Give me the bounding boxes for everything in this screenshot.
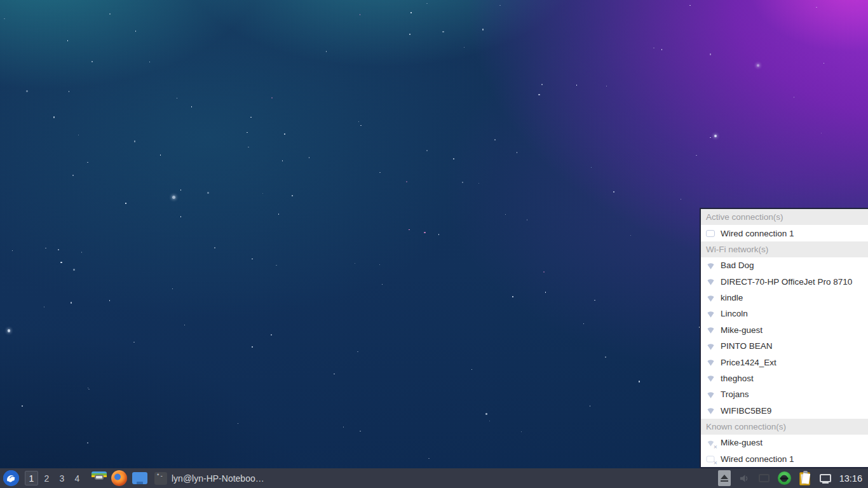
- network-menu-item[interactable]: theghost: [701, 370, 868, 386]
- system-tray: [718, 470, 831, 486]
- wifi-icon: ✕: [706, 438, 715, 448]
- network-menu-item[interactable]: WIFIBC5BE9: [701, 403, 868, 419]
- clock[interactable]: 13:16: [839, 473, 862, 484]
- network-item-label: Trojans: [721, 390, 749, 399]
- quick-launch: [91, 470, 147, 486]
- wired-icon: [705, 228, 715, 238]
- wired-icon: ✕: [706, 454, 715, 464]
- network-item-label: WIFIBC5BE9: [721, 406, 771, 416]
- wifi-icon: [705, 261, 715, 271]
- section-header: Known connection(s): [701, 419, 868, 435]
- network-item-label: kindle: [721, 293, 743, 302]
- wifi-icon: [705, 357, 715, 367]
- network-menu-item[interactable]: kindle: [701, 290, 868, 306]
- network-menu-item[interactable]: Price1424_Ext: [701, 354, 868, 370]
- network-item-label: Wired connection 1: [721, 229, 794, 238]
- wifi-icon: [705, 325, 715, 335]
- network-menu-item[interactable]: Bad Dog: [701, 257, 868, 273]
- network-item-label: Bad Dog: [721, 261, 754, 270]
- file-manager-icon: [92, 471, 107, 485]
- workspace-button-1[interactable]: 1: [25, 471, 38, 485]
- network-item-label: Mike-guest: [721, 438, 763, 447]
- workspace-button-2[interactable]: 2: [40, 471, 53, 485]
- wifi-icon: [705, 293, 715, 303]
- eject-icon[interactable]: [718, 470, 731, 486]
- x-badge-icon: ✕: [714, 445, 717, 450]
- workspace-pager: 1234: [25, 471, 84, 485]
- firefox-launcher[interactable]: [111, 470, 127, 486]
- network-item-label: PINTO BEAN: [721, 341, 773, 351]
- network-menu-item[interactable]: Trojans: [701, 386, 868, 402]
- lubuntu-logo-icon: [3, 470, 19, 486]
- firefox-icon: [111, 470, 127, 486]
- section-header: Active connection(s): [701, 209, 868, 225]
- volume-icon[interactable]: [739, 473, 750, 484]
- section-header: Wi-Fi network(s): [701, 241, 868, 257]
- x-badge-icon: ✕: [714, 461, 717, 466]
- network-icon[interactable]: [820, 474, 831, 482]
- network-menu-item[interactable]: Mike-guest: [701, 322, 868, 338]
- terminal-icon: *-: [154, 472, 167, 485]
- network-item-label: Wired connection 1: [721, 454, 794, 464]
- display-icon: [132, 472, 147, 484]
- wifi-icon: [705, 373, 715, 383]
- file-manager-launcher[interactable]: [91, 470, 107, 486]
- network-menu-item[interactable]: DIRECT-70-HP OfficeJet Pro 8710: [701, 274, 868, 290]
- network-item-label: Lincoln: [721, 309, 748, 318]
- status-green-icon[interactable]: [778, 471, 791, 485]
- network-menu-item[interactable]: ✕Mike-guest: [701, 435, 868, 451]
- network-item-label: Price1424_Ext: [721, 358, 776, 367]
- taskbar: 1234 *- lyn@lyn-HP-Noteboo… 13:16: [0, 468, 868, 488]
- network-menu-item[interactable]: PINTO BEAN: [701, 338, 868, 354]
- monitor-dim-icon[interactable]: [759, 474, 770, 482]
- wifi-icon: [705, 341, 715, 351]
- wifi-icon: [705, 405, 715, 416]
- network-item-label: theghost: [721, 374, 754, 383]
- wifi-icon: [705, 309, 715, 319]
- network-item-label: DIRECT-70-HP OfficeJet Pro 8710: [721, 277, 852, 287]
- workspace-button-3[interactable]: 3: [55, 471, 69, 485]
- wifi-icon: [705, 276, 715, 287]
- workspace-button-4[interactable]: 4: [71, 471, 84, 485]
- wifi-icon: [705, 390, 715, 400]
- network-manager-menu: Active connection(s)Wired connection 1Wi…: [700, 208, 868, 468]
- display-launcher[interactable]: [132, 470, 147, 486]
- task-button-label: lyn@lyn-HP-Noteboo…: [172, 473, 264, 484]
- network-menu-item[interactable]: Lincoln: [701, 306, 868, 322]
- network-menu-item[interactable]: ✕Wired connection 1: [701, 451, 868, 467]
- network-item-label: Mike-guest: [721, 325, 763, 335]
- clipboard-icon[interactable]: [799, 471, 811, 485]
- app-menu-button[interactable]: [3, 470, 19, 486]
- task-button-terminal[interactable]: *- lyn@lyn-HP-Noteboo…: [154, 472, 264, 485]
- network-menu-item[interactable]: Wired connection 1: [701, 225, 868, 241]
